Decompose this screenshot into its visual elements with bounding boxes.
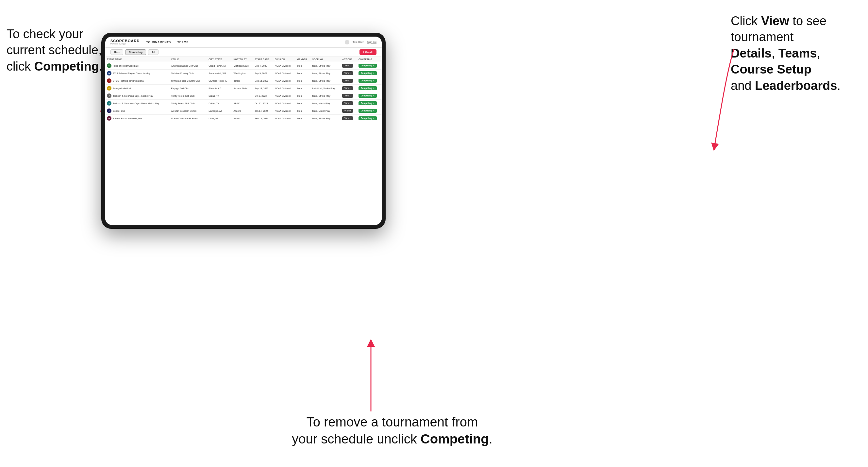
- cell-gender: Men: [296, 85, 311, 92]
- view-button[interactable]: View ℹ: [342, 94, 353, 98]
- competing-button[interactable]: Competing ✓: [359, 71, 377, 75]
- competing-button[interactable]: Competing ✓: [359, 109, 377, 113]
- cell-scoring: team, Stroke Play: [311, 115, 341, 122]
- team-icon: J: [107, 101, 112, 105]
- cell-venue: Trinity Forest Golf Club: [169, 100, 207, 107]
- cell-event-name: S Folds of Honor Collegiate: [105, 62, 169, 70]
- user-icon: [345, 40, 349, 44]
- col-event-name: EVENT NAME: [105, 57, 169, 62]
- cell-city-state: Olympia Fields, IL: [207, 77, 232, 85]
- col-start-date: START DATE: [253, 57, 274, 62]
- cell-city-state: Grand Haven, MI: [207, 62, 232, 70]
- cell-actions: View ℹ: [341, 100, 357, 107]
- arrow-bottom: [364, 340, 377, 415]
- nav-teams[interactable]: TEAMS: [178, 40, 189, 44]
- cell-gender: Men: [296, 107, 311, 115]
- col-division: DIVISION: [273, 57, 296, 62]
- cell-competing: Competing ✓: [357, 115, 382, 122]
- event-name: Folds of Honor Collegiate: [113, 65, 138, 67]
- cell-gender: Men: [296, 92, 311, 100]
- view-button[interactable]: View ℹ: [342, 116, 353, 120]
- cell-division: NCAA Division I: [273, 92, 296, 100]
- cell-hosted-by: Arizona State: [232, 85, 253, 92]
- tablet-screen: SCOREBOARD Powered by clippi TOURNAMENTS…: [105, 37, 382, 225]
- nav-tournaments[interactable]: TOURNAMENTS: [146, 40, 170, 44]
- table-row: P Papago Individual Papago Golf Club Pho…: [105, 85, 382, 92]
- cell-hosted-by: ABAC: [232, 100, 253, 107]
- team-icon: W: [107, 71, 112, 75]
- filter-bar: Ho... Competing All + Create: [105, 48, 382, 57]
- cell-gender: Men: [296, 100, 311, 107]
- competing-button[interactable]: Competing ✓: [359, 64, 377, 68]
- powered-by: Powered by clippi: [111, 43, 140, 45]
- cell-start-date: Oct 9, 2023: [253, 92, 274, 100]
- cell-venue: Ak-Chin Southern Dunes: [169, 107, 207, 115]
- table-row: J Jackson T. Stephens Cup – Stroke Play …: [105, 92, 382, 100]
- cell-division: NCAA Division I: [273, 70, 296, 77]
- cell-gender: Men: [296, 70, 311, 77]
- view-button[interactable]: View ℹ: [342, 71, 353, 75]
- tournaments-table-container: EVENT NAME VENUE CITY, STATE HOSTED BY S…: [105, 57, 382, 225]
- cell-division: NCAA Division I: [273, 77, 296, 85]
- cell-competing: Competing ✓: [357, 85, 382, 92]
- view-button[interactable]: View ℹ: [342, 86, 353, 90]
- cell-actions: View ℹ: [341, 115, 357, 122]
- cell-event-name: A Copper Cup: [105, 107, 169, 115]
- col-gender: GENDER: [296, 57, 311, 62]
- filter-home-btn[interactable]: Ho...: [111, 49, 123, 55]
- cell-gender: Men: [296, 62, 311, 70]
- sign-out-link[interactable]: Sign out: [367, 40, 376, 43]
- cell-scoring: team, Match Play: [311, 107, 341, 115]
- team-icon: I: [107, 79, 112, 83]
- team-icon: H: [107, 116, 112, 121]
- cell-scoring: team, Stroke Play: [311, 77, 341, 85]
- view-button[interactable]: View ℹ: [342, 79, 353, 83]
- event-name: 2023 Sahalee Players Championship: [113, 72, 150, 74]
- edit-button[interactable]: ✏ Edit: [342, 109, 353, 113]
- cell-division: NCAA Division I: [273, 115, 296, 122]
- brand-name: SCOREBOARD: [111, 39, 140, 43]
- cell-event-name: P Papago Individual: [105, 85, 169, 92]
- competing-button[interactable]: Competing ✓: [359, 101, 377, 105]
- col-venue: VENUE: [169, 57, 207, 62]
- cell-division: NCAA Division I: [273, 107, 296, 115]
- competing-button[interactable]: Competing ✓: [359, 86, 377, 90]
- cell-venue: Papago Golf Club: [169, 85, 207, 92]
- cell-competing: Competing ✓: [357, 92, 382, 100]
- cell-event-name: J Jackson T. Stephens Cup – Stroke Play: [105, 92, 169, 100]
- event-name: Copper Cup: [113, 110, 125, 112]
- cell-hosted-by: Michigan State: [232, 62, 253, 70]
- event-name: Jackson T. Stephens Cup – Stroke Play: [113, 95, 153, 97]
- filter-all-btn[interactable]: All: [148, 49, 158, 55]
- table-row: H John A. Burns Intercollegiate Ocean Co…: [105, 115, 382, 122]
- cell-gender: Men: [296, 115, 311, 122]
- cell-event-name: I OFCC Fighting Illini Invitational: [105, 77, 169, 85]
- view-button[interactable]: View ℹ: [342, 101, 353, 105]
- cell-start-date: Jan 14, 2024: [253, 107, 274, 115]
- cell-hosted-by: Washington: [232, 70, 253, 77]
- team-icon: S: [107, 63, 112, 68]
- cell-scoring: team, Stroke Play: [311, 62, 341, 70]
- team-icon: P: [107, 86, 112, 91]
- cell-competing: Competing ✓: [357, 77, 382, 85]
- competing-button[interactable]: Competing ✓: [359, 79, 377, 83]
- view-button[interactable]: View ℹ: [342, 64, 353, 68]
- create-button[interactable]: + Create: [360, 49, 376, 55]
- cell-venue: Trinity Forest Golf Club: [169, 92, 207, 100]
- top-nav: SCOREBOARD Powered by clippi TOURNAMENTS…: [105, 37, 382, 48]
- cell-competing: Competing ✓: [357, 100, 382, 107]
- competing-button[interactable]: Competing ✓: [359, 94, 377, 98]
- competing-button[interactable]: Competing ✓: [359, 116, 377, 120]
- cell-event-name: J Jackson T. Stephens Cup – Men's Match …: [105, 100, 169, 107]
- col-competing: COMPETING: [357, 57, 382, 62]
- table-row: J Jackson T. Stephens Cup – Men's Match …: [105, 100, 382, 107]
- event-name: John A. Burns Intercollegiate: [113, 117, 142, 120]
- scoreboard-logo: SCOREBOARD Powered by clippi: [111, 39, 140, 45]
- table-row: I OFCC Fighting Illini Invitational Olym…: [105, 77, 382, 85]
- cell-venue: Ocean Course At Hokuala: [169, 115, 207, 122]
- filter-competing-btn[interactable]: Competing: [125, 49, 146, 55]
- cell-gender: Men: [296, 77, 311, 85]
- team-icon: J: [107, 93, 112, 98]
- table-header: EVENT NAME VENUE CITY, STATE HOSTED BY S…: [105, 57, 382, 62]
- event-name: Jackson T. Stephens Cup – Men's Match Pl…: [113, 102, 159, 104]
